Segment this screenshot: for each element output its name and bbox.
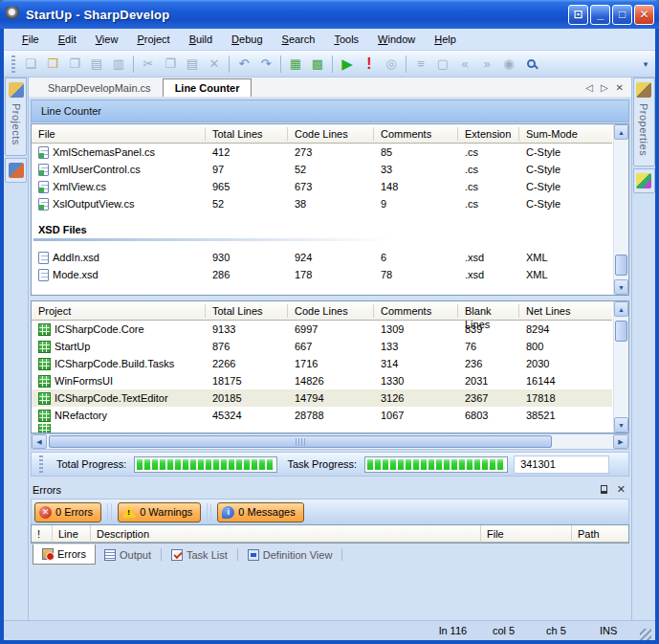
menu-project[interactable]: Project bbox=[128, 31, 178, 48]
table-row-selected[interactable]: ICSharpCode.TextEditor 2018514794 312623… bbox=[32, 389, 612, 407]
tab-line-counter[interactable]: Line Counter bbox=[163, 78, 253, 97]
col-error-file[interactable]: File bbox=[481, 525, 572, 543]
col-comments[interactable]: Comments bbox=[374, 304, 458, 318]
tab-output[interactable]: Output bbox=[96, 544, 160, 565]
save-all-icon[interactable]: ▥ bbox=[108, 54, 129, 75]
table-row[interactable]: ICSharpCode.Build.Tasks 22661716 314236 … bbox=[32, 355, 612, 372]
scroll-right-icon[interactable]: ▶ bbox=[613, 434, 628, 449]
col-blank-lines[interactable]: Blank Lines bbox=[458, 304, 519, 318]
tab-sharpdevelopmain[interactable]: SharpDevelopMain.cs bbox=[36, 79, 163, 97]
horizontal-scrollbar[interactable]: ◀ ▶ bbox=[31, 433, 629, 450]
build-icon[interactable]: ▦ bbox=[285, 54, 306, 75]
col-total-lines[interactable]: Total Lines bbox=[206, 127, 288, 141]
table-row[interactable]: XslOutputView.cs 5238 9.cs C-Style bbox=[32, 195, 612, 212]
breakpoint-icon[interactable]: ▢ bbox=[432, 54, 453, 75]
web-browser-icon[interactable]: ◉ bbox=[498, 54, 519, 75]
menu-view[interactable]: View bbox=[87, 31, 127, 48]
table-row[interactable]: WinFormsUI 1817514826 13302031 16144 bbox=[32, 372, 612, 389]
col-path[interactable]: Path bbox=[572, 525, 628, 543]
sidebar-tab-properties[interactable]: Properties bbox=[633, 78, 655, 167]
menu-window[interactable]: Window bbox=[369, 31, 424, 48]
table-row[interactable]: AddIn.xsd 930924 6.xsd XML bbox=[32, 249, 612, 266]
messages-filter-button[interactable]: i 0 Messages bbox=[217, 502, 303, 522]
errors-filter-button[interactable]: ✕ 0 Errors bbox=[34, 502, 101, 522]
save-icon[interactable]: ▤ bbox=[86, 54, 107, 75]
scrollbar-thumb[interactable] bbox=[615, 321, 627, 342]
col-extension[interactable]: Extension bbox=[458, 127, 519, 141]
close-button[interactable]: ✕ bbox=[634, 5, 654, 25]
col-total-lines[interactable]: Total Lines bbox=[206, 304, 288, 318]
undo-icon[interactable]: ↶ bbox=[233, 54, 254, 75]
col-project[interactable]: Project bbox=[32, 304, 206, 318]
table-row[interactable]: XmlSchemasPanel.cs 412273 85.cs C-Style bbox=[32, 144, 612, 161]
scroll-up-icon[interactable]: ▲ bbox=[614, 124, 628, 140]
warnings-filter-button[interactable]: ! 0 Warnings bbox=[118, 502, 201, 522]
table-row[interactable]: ICSharpCode.Core 91336997 1309839 8294 bbox=[32, 321, 612, 338]
sidebar-tab-classes[interactable] bbox=[5, 158, 27, 183]
menu-edit[interactable]: Edit bbox=[50, 31, 85, 48]
profiler-icon[interactable]: ◎ bbox=[381, 54, 402, 75]
maximize-button[interactable]: □ bbox=[612, 5, 632, 25]
delete-icon[interactable]: ✕ bbox=[204, 54, 225, 75]
col-sum-mode[interactable]: Sum-Mode bbox=[519, 127, 612, 141]
table-row[interactable]: NRefactory 4532428788 10676803 38521 bbox=[32, 407, 612, 424]
scroll-left-icon[interactable]: ◀ bbox=[32, 434, 47, 449]
redo-icon[interactable]: ↷ bbox=[255, 54, 276, 75]
col-net-lines[interactable]: Net Lines bbox=[519, 304, 612, 318]
menu-help[interactable]: Help bbox=[426, 31, 465, 48]
cut-icon[interactable]: ✂ bbox=[138, 54, 159, 75]
tab-close-icon[interactable]: ✕ bbox=[616, 82, 624, 93]
abort-icon[interactable]: ! bbox=[359, 54, 380, 75]
scrollbar-thumb[interactable] bbox=[49, 435, 552, 448]
tab-task-list[interactable]: Task List bbox=[163, 544, 236, 565]
sidebar-tab-projects[interactable]: Projects bbox=[5, 78, 27, 156]
scroll-up-icon[interactable]: ▲ bbox=[614, 301, 628, 317]
paste-icon[interactable]: ▤ bbox=[182, 54, 203, 75]
tab-errors[interactable]: Errors bbox=[33, 544, 96, 565]
col-file[interactable]: File bbox=[32, 127, 206, 141]
minimize-button[interactable]: _ bbox=[590, 5, 610, 25]
menu-search[interactable]: Search bbox=[274, 31, 324, 48]
run-icon[interactable]: ▶ bbox=[337, 54, 358, 75]
menu-build[interactable]: Build bbox=[181, 31, 221, 48]
toolbar-overflow-icon[interactable]: ▾ bbox=[640, 59, 651, 69]
table-row-partial[interactable] bbox=[32, 424, 612, 433]
next-bookmark-icon[interactable]: » bbox=[476, 54, 497, 75]
table-row[interactable]: Mode.xsd 286178 78.xsd XML bbox=[32, 266, 612, 283]
toolbar-grip[interactable] bbox=[39, 455, 43, 473]
toolbar-grip[interactable] bbox=[11, 56, 15, 73]
col-comments[interactable]: Comments bbox=[374, 127, 458, 141]
panel-close-icon[interactable]: ✕ bbox=[617, 483, 626, 496]
resize-grip[interactable] bbox=[640, 629, 651, 640]
copy-icon[interactable]: ❐ bbox=[160, 54, 181, 75]
rebuild-icon[interactable]: ▩ bbox=[307, 54, 328, 75]
sidebar-tab-tools[interactable] bbox=[633, 168, 655, 193]
pin-icon[interactable] bbox=[601, 485, 607, 494]
table-row[interactable]: XmlView.cs 965673 148.cs C-Style bbox=[32, 178, 612, 195]
table-row[interactable]: StartUp 876667 13376 800 bbox=[32, 338, 612, 355]
undock-button[interactable]: ⊡ bbox=[568, 5, 588, 25]
menu-debug[interactable]: Debug bbox=[223, 31, 271, 48]
prev-bookmark-icon[interactable]: « bbox=[454, 54, 475, 75]
menu-file[interactable]: File bbox=[13, 31, 48, 48]
project-table-scrollbar[interactable]: ▲ ▼ bbox=[613, 301, 628, 433]
scroll-down-icon[interactable]: ▼ bbox=[614, 279, 628, 295]
col-severity[interactable]: ! bbox=[32, 525, 53, 543]
find-icon[interactable] bbox=[520, 54, 541, 75]
col-description[interactable]: Description bbox=[91, 525, 481, 543]
tab-scroll-left-icon[interactable]: ◁ bbox=[585, 82, 593, 93]
new-file-icon[interactable]: ❏ bbox=[20, 54, 41, 75]
tab-scroll-right-icon[interactable]: ▷ bbox=[601, 82, 608, 93]
open-folder-icon[interactable]: ❒ bbox=[42, 54, 63, 75]
menu-tools[interactable]: Tools bbox=[325, 31, 367, 48]
col-line[interactable]: Line bbox=[53, 525, 91, 543]
col-code-lines[interactable]: Code Lines bbox=[288, 127, 374, 141]
file-table-scrollbar[interactable]: ▲ ▼ bbox=[613, 124, 628, 295]
tab-definition-view[interactable]: Definition View bbox=[239, 544, 341, 565]
table-row[interactable]: XmlUserControl.cs 9752 33.cs C-Style bbox=[32, 161, 612, 178]
scrollbar-thumb[interactable] bbox=[615, 255, 627, 276]
col-code-lines[interactable]: Code Lines bbox=[288, 304, 374, 318]
comment-region-icon[interactable]: ≡ bbox=[410, 54, 431, 75]
save-as-icon[interactable]: ❐ bbox=[64, 54, 85, 75]
scroll-down-icon[interactable]: ▼ bbox=[614, 417, 628, 433]
